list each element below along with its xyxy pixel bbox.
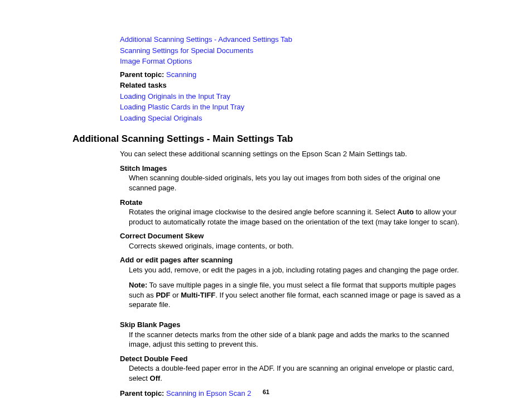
desc-rotate-a: Rotates the original image clockwise to … <box>129 208 397 216</box>
link-loading-plastic[interactable]: Loading Plastic Cards in the Input Tray <box>120 102 465 112</box>
desc-rotate: Rotates the original image clockwise to … <box>129 207 465 227</box>
page-number: 61 <box>0 388 532 396</box>
note-addedit: Note: To save multiple pages in a single… <box>129 280 465 310</box>
desc-addedit: Lets you add, remove, or edit the pages … <box>129 265 465 275</box>
desc-stitch: When scanning double-sided originals, le… <box>129 173 465 193</box>
desc-ddf-off: Off <box>150 374 161 382</box>
desc-skip: If the scanner detects marks from the ot… <box>129 330 465 349</box>
desc-ddf-a: Detects a double-feed paper error in the… <box>129 364 454 382</box>
section-heading: Additional Scanning Settings - Main Sett… <box>72 133 465 146</box>
note-pdf: PDF <box>156 291 170 299</box>
link-advanced-settings[interactable]: Additional Scanning Settings - Advanced … <box>120 35 465 45</box>
link-loading-originals[interactable]: Loading Originals in the Input Tray <box>120 92 465 102</box>
link-special-documents[interactable]: Scanning Settings for Special Documents <box>120 46 465 56</box>
term-skip: Skip Blank Pages <box>120 320 465 330</box>
parent-topic-label: Parent topic: <box>120 70 164 79</box>
definition-list: Stitch Images When scanning double-sided… <box>120 164 465 399</box>
link-loading-special[interactable]: Loading Special Originals <box>120 113 465 123</box>
link-parent-scanning[interactable]: Scanning <box>166 70 196 79</box>
related-tasks-label: Related tasks <box>120 80 465 90</box>
term-skew: Correct Document Skew <box>120 231 465 241</box>
term-addedit: Add or edit pages after scanning <box>120 255 465 265</box>
note-or: or <box>170 291 181 299</box>
desc-ddf-b: . <box>160 374 162 382</box>
intro-text: You can select these additional scanning… <box>120 149 465 159</box>
desc-skew: Corrects skewed originals, image content… <box>129 241 465 251</box>
term-rotate: Rotate <box>120 198 465 208</box>
note-mtiff: Multi-TIFF <box>181 291 215 299</box>
term-ddf: Detect Double Feed <box>120 354 465 364</box>
term-stitch: Stitch Images <box>120 164 465 174</box>
link-image-format[interactable]: Image Format Options <box>120 56 465 66</box>
note-label: Note: <box>129 281 147 289</box>
desc-rotate-auto: Auto <box>397 208 414 216</box>
desc-ddf: Detects a double-feed paper error in the… <box>129 363 465 383</box>
